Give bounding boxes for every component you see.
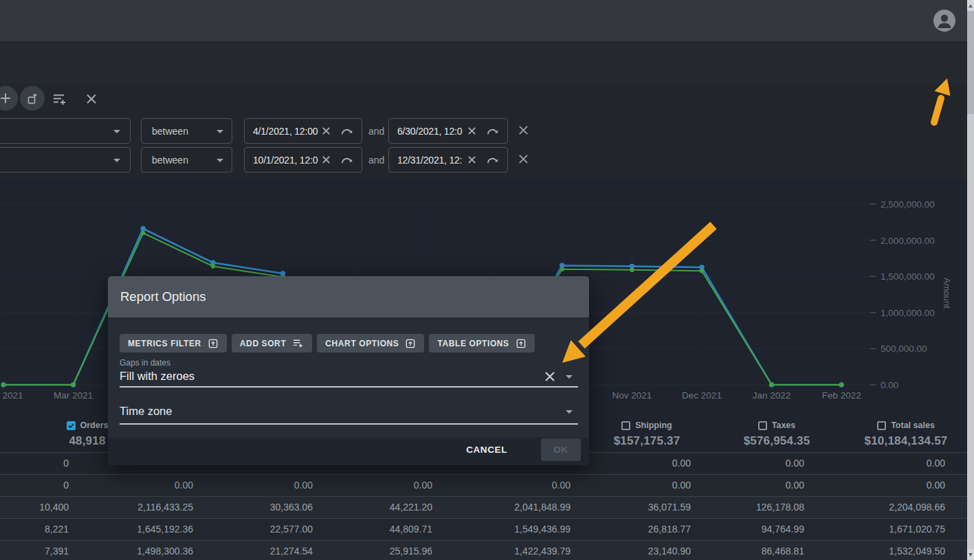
field-underline: [120, 386, 578, 388]
legend-item-total-sales: Total sales$10,184,134.57: [830, 421, 974, 448]
open-panel-icon: [405, 338, 416, 349]
filter-operator-select-1[interactable]: between: [141, 118, 232, 144]
clear-filters-button[interactable]: [84, 91, 99, 107]
y-tick-label: 0.00: [881, 380, 898, 390]
vertical-scrollbar[interactable]: [967, 0, 974, 560]
table-cell: 0.00: [794, 453, 945, 473]
add-sort-button[interactable]: ADD SORT: [232, 334, 312, 352]
chevron-down-icon[interactable]: [566, 375, 573, 379]
legend-item-shipping: Shipping$157,175.37: [571, 421, 722, 448]
and-connector: and: [368, 126, 384, 137]
button-label: TABLE OPTIONS: [437, 339, 509, 348]
filter-field-select-2[interactable]: [0, 147, 131, 172]
add-sort-icon: [292, 337, 304, 349]
open-new-icon: [26, 92, 39, 105]
operator-label: between: [152, 126, 188, 137]
clear-gaps-value-icon[interactable]: [543, 370, 557, 383]
date-value: 10/1/2021, 12:0: [253, 155, 318, 166]
filter-panel: between 4/1/2021, 12:00 and 6/30/2021, 1…: [0, 83, 974, 180]
table-cell: 44,809.71: [281, 519, 432, 539]
open-panel-icon: [208, 338, 219, 349]
remove-filter-row-button[interactable]: [517, 153, 530, 166]
legend-value: 48,918: [69, 434, 105, 448]
legend-value: $157,175.37: [614, 434, 680, 448]
user-avatar[interactable]: [933, 10, 955, 32]
table-row[interactable]: 7,3911,498,300.3621,274.5425,915.961,422…: [0, 540, 974, 560]
filter-operator-select-2[interactable]: between: [141, 147, 232, 172]
legend-checkbox[interactable]: [67, 421, 76, 430]
filter-date-to-1[interactable]: 6/30/2021, 12:0: [388, 118, 508, 144]
and-connector: and: [368, 155, 384, 166]
filter-field-select-1[interactable]: [0, 118, 131, 144]
table-cell: 0.00: [281, 475, 432, 495]
table-cell: 44,221.20: [281, 497, 432, 517]
clear-date-icon[interactable]: [467, 155, 477, 165]
button-label: CHART OPTIONS: [325, 339, 399, 348]
top-app-bar: [0, 0, 974, 41]
add-button[interactable]: [0, 86, 18, 111]
gaps-in-dates-select[interactable]: Fill with zeroes: [120, 370, 195, 383]
add-icon: [0, 92, 12, 104]
clear-date-icon[interactable]: [321, 126, 331, 136]
y-tick-label: 500,000.00: [881, 344, 927, 354]
x-tick-label: Nov 2021: [599, 390, 665, 401]
legend-value: $10,184,134.57: [865, 434, 948, 448]
filter-date-from-1[interactable]: 4/1/2021, 12:00: [244, 118, 362, 144]
report-options-dialog: Report Options METRICS FILTER ADD SORT C…: [108, 276, 589, 465]
scroll-up-button[interactable]: [967, 0, 974, 11]
cancel-button[interactable]: CANCEL: [466, 445, 507, 455]
legend-checkbox[interactable]: [621, 421, 630, 430]
table-cell: 126,178.08: [653, 497, 804, 517]
table-cell: 86,468.81: [653, 541, 804, 560]
table-cell: 0.00: [653, 453, 804, 473]
legend-checkbox[interactable]: [877, 421, 886, 430]
table-row[interactable]: 00.000.000.000.000.000.000.00: [0, 474, 974, 496]
chart-options-button[interactable]: CHART OPTIONS: [317, 334, 424, 352]
y-tick-label: 1,500,000.00: [881, 271, 935, 282]
date-value: 6/30/2021, 12:0: [397, 126, 462, 137]
table-cell: 1,532,049.50: [794, 541, 945, 560]
x-tick-label: Feb 2021: [0, 390, 36, 401]
add-filter-button[interactable]: [51, 90, 69, 108]
clear-date-icon[interactable]: [467, 126, 477, 136]
legend-label: Taxes: [772, 421, 796, 430]
legend-item-taxes: Taxes$576,954.35: [701, 421, 852, 448]
legend-label: Orders: [80, 421, 109, 430]
table-row[interactable]: 10,4002,116,433.2530,363.0644,221.202,04…: [0, 496, 974, 518]
x-tick-label: Mar 2021: [41, 390, 107, 401]
scrollbar-thumb[interactable]: [967, 11, 974, 114]
dialog-footer: [108, 438, 589, 465]
table-cell: 0.00: [653, 475, 804, 495]
table-cell: 1,671,020.75: [794, 519, 945, 539]
remove-filter-row-button[interactable]: [517, 124, 530, 137]
redo-date-icon[interactable]: [340, 155, 353, 165]
table-options-button[interactable]: TABLE OPTIONS: [429, 334, 534, 352]
ok-button[interactable]: OK: [541, 438, 581, 461]
redo-date-icon[interactable]: [486, 155, 499, 165]
legend-label: Shipping: [635, 421, 672, 430]
metrics-filter-button[interactable]: METRICS FILTER: [120, 334, 227, 352]
redo-date-icon[interactable]: [340, 126, 353, 136]
x-tick-label: Feb 2022: [808, 390, 874, 401]
table-cell: 2,204,098.66: [794, 497, 945, 517]
date-value: 4/1/2021, 12:00: [253, 126, 318, 137]
time-zone-select[interactable]: Time zone: [120, 405, 172, 418]
table-cell: 25,915.96: [281, 541, 432, 560]
filter-date-from-2[interactable]: 10/1/2021, 12:0: [244, 147, 362, 172]
button-label: METRICS FILTER: [128, 339, 201, 348]
clear-date-icon[interactable]: [321, 155, 331, 165]
gaps-in-dates-label: Gaps in dates: [120, 358, 170, 368]
filter-date-to-2[interactable]: 12/31/2021, 12:: [388, 147, 508, 172]
scroll-down-button[interactable]: [967, 549, 974, 560]
redo-date-icon[interactable]: [486, 126, 499, 136]
chevron-down-icon[interactable]: [566, 410, 573, 414]
add-filter-icon: [52, 91, 68, 107]
open-in-new-button[interactable]: [20, 86, 45, 111]
person-icon: [933, 10, 955, 32]
y-tick-label: 2,000,000.00: [881, 235, 935, 245]
legend-checkbox[interactable]: [758, 421, 767, 430]
date-value: 12/31/2021, 12:: [397, 155, 462, 166]
y-tick-label: 1,000,000.00: [881, 307, 935, 317]
dialog-title: Report Options: [120, 276, 206, 317]
table-row[interactable]: 8,2211,645,192.3622,577.0044,809.711,549…: [0, 518, 974, 540]
